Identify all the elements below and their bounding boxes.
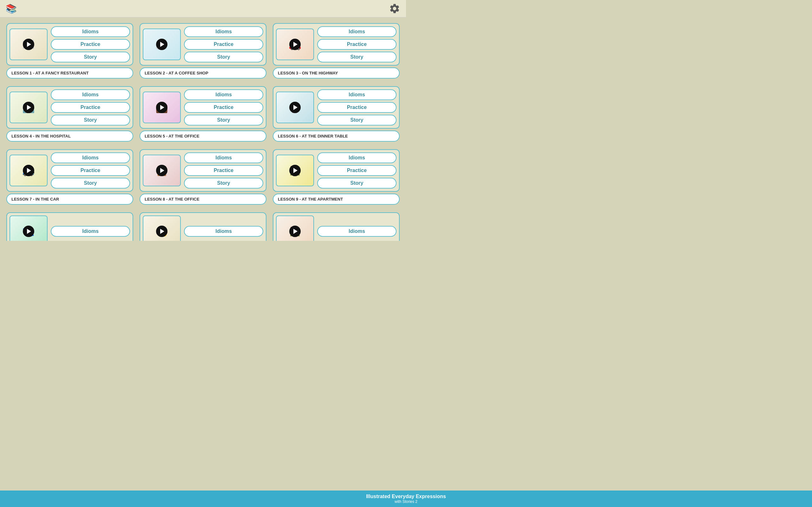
lesson-buttons-2: IdiomsPracticeStory xyxy=(184,26,263,62)
story-button-4[interactable]: Story xyxy=(51,115,130,125)
logo-icon: 📚 xyxy=(6,3,17,14)
practice-button-6[interactable]: Practice xyxy=(317,102,397,113)
idioms-button-3[interactable]: Idioms xyxy=(317,26,397,37)
lesson-buttons-7: IdiomsPracticeStory xyxy=(51,153,130,188)
lesson-thumbnail-4[interactable]: 🏥 xyxy=(9,92,48,123)
lesson-buttons-3: IdiomsPracticeStory xyxy=(317,26,397,62)
lesson-card-partial-10: 🐾Idioms xyxy=(6,212,133,241)
lesson-buttons-1: IdiomsPracticeStory xyxy=(51,26,130,62)
lesson-top-4: 🏥IdiomsPracticeStory xyxy=(6,86,133,129)
lesson-buttons-4: IdiomsPracticeStory xyxy=(51,89,130,125)
story-button-3[interactable]: Story xyxy=(317,52,397,62)
idioms-button-5[interactable]: Idioms xyxy=(184,89,263,100)
lesson-card-3: 🚗IdiomsPracticeStoryLESSON 3 - ON THE HI… xyxy=(273,23,400,78)
lesson-top-7: 🚙IdiomsPracticeStory xyxy=(6,149,133,192)
lesson-buttons-partial-11: Idioms xyxy=(184,226,263,237)
lesson-card-4: 🏥IdiomsPracticeStoryLESSON 4 - IN THE HO… xyxy=(6,86,133,142)
practice-button-8[interactable]: Practice xyxy=(184,165,263,176)
lesson-top-3: 🚗IdiomsPracticeStory xyxy=(273,23,400,66)
idioms-button-partial-12[interactable]: Idioms xyxy=(317,226,397,237)
idioms-button-partial-10[interactable]: Idioms xyxy=(51,226,130,237)
lesson-label-7: LESSON 7 - IN THE CAR xyxy=(6,193,133,205)
lesson-top-6: 🍴IdiomsPracticeStory xyxy=(273,86,400,129)
play-button-2[interactable] xyxy=(156,39,167,50)
story-button-5[interactable]: Story xyxy=(184,115,263,125)
lesson-top-partial-10: 🐾Idioms xyxy=(6,212,133,241)
lesson-card-9: 🏠IdiomsPracticeStoryLESSON 9 - AT THE AP… xyxy=(273,149,400,205)
practice-button-7[interactable]: Practice xyxy=(51,165,130,176)
lesson-card-5: 💼IdiomsPracticeStoryLESSON 5 - AT THE OF… xyxy=(140,86,266,142)
lesson-top-5: 💼IdiomsPracticeStory xyxy=(140,86,266,129)
lesson-buttons-partial-12: Idioms xyxy=(317,226,397,237)
lesson-card-1: 🍽️IdiomsPracticeStoryLESSON 1 - AT A FAN… xyxy=(6,23,133,78)
play-button-partial-10[interactable] xyxy=(23,226,34,237)
lesson-top-partial-12: 🏠Idioms xyxy=(273,212,400,241)
lesson-thumbnail-3[interactable]: 🚗 xyxy=(276,29,314,60)
lesson-thumbnail-8[interactable]: 📋 xyxy=(143,155,181,186)
story-button-6[interactable]: Story xyxy=(317,115,397,125)
lesson-thumbnail-7[interactable]: 🚙 xyxy=(9,155,48,186)
lesson-buttons-6: IdiomsPracticeStory xyxy=(317,89,397,125)
practice-button-4[interactable]: Practice xyxy=(51,102,130,113)
lesson-label-5: LESSON 5 - AT THE OFFICE xyxy=(140,130,266,142)
lesson-label-2: LESSON 2 - AT A COFFEE SHOP xyxy=(140,67,266,78)
lesson-thumbnail-1[interactable]: 🍽️ xyxy=(9,29,48,60)
lesson-top-partial-11: 🎭Idioms xyxy=(140,212,266,241)
play-button-partial-12[interactable] xyxy=(289,226,301,237)
lesson-buttons-5: IdiomsPracticeStory xyxy=(184,89,263,125)
idioms-button-9[interactable]: Idioms xyxy=(317,153,397,163)
lesson-card-partial-12: 🏠Idioms xyxy=(273,212,400,241)
lesson-top-9: 🏠IdiomsPracticeStory xyxy=(273,149,400,192)
lesson-label-1: LESSON 1 - AT A FANCY RESTAURANT xyxy=(6,67,133,78)
top-bar: 📚 xyxy=(0,0,406,17)
story-button-7[interactable]: Story xyxy=(51,178,130,188)
lesson-thumbnail-9[interactable]: 🏠 xyxy=(276,155,314,186)
lesson-card-8: 📋IdiomsPracticeStoryLESSON 8 - AT THE OF… xyxy=(140,149,266,205)
lesson-thumbnail-6[interactable]: 🍴 xyxy=(276,92,314,123)
play-button-5[interactable] xyxy=(156,102,167,113)
idioms-button-7[interactable]: Idioms xyxy=(51,153,130,163)
lesson-thumbnail-partial-10[interactable]: 🐾 xyxy=(9,216,48,241)
practice-button-2[interactable]: Practice xyxy=(184,39,263,50)
lesson-label-6: LESSON 6 - AT THE DINNER TABLE xyxy=(273,130,400,142)
practice-button-9[interactable]: Practice xyxy=(317,165,397,176)
idioms-button-6[interactable]: Idioms xyxy=(317,89,397,100)
lesson-thumbnail-partial-12[interactable]: 🏠 xyxy=(276,216,314,241)
lesson-card-7: 🚙IdiomsPracticeStoryLESSON 7 - IN THE CA… xyxy=(6,149,133,205)
play-button-1[interactable] xyxy=(23,39,34,50)
lesson-label-4: LESSON 4 - IN THE HOSPITAL xyxy=(6,130,133,142)
idioms-button-1[interactable]: Idioms xyxy=(51,26,130,37)
story-button-8[interactable]: Story xyxy=(184,178,263,188)
story-button-9[interactable]: Story xyxy=(317,178,397,188)
practice-button-5[interactable]: Practice xyxy=(184,102,263,113)
practice-button-3[interactable]: Practice xyxy=(317,39,397,50)
idioms-button-4[interactable]: Idioms xyxy=(51,89,130,100)
lesson-card-partial-11: 🎭Idioms xyxy=(140,212,266,241)
lesson-card-6: 🍴IdiomsPracticeStoryLESSON 6 - AT THE DI… xyxy=(273,86,400,142)
story-button-1[interactable]: Story xyxy=(51,52,130,62)
practice-button-1[interactable]: Practice xyxy=(51,39,130,50)
idioms-button-8[interactable]: Idioms xyxy=(184,153,263,163)
lesson-thumbnail-5[interactable]: 💼 xyxy=(143,92,181,123)
lesson-top-8: 📋IdiomsPracticeStory xyxy=(140,149,266,192)
main-content: 🍽️IdiomsPracticeStoryLESSON 1 - AT A FAN… xyxy=(0,17,406,266)
play-button-6[interactable] xyxy=(289,102,301,113)
play-button-3[interactable] xyxy=(289,39,301,50)
lesson-label-8: LESSON 8 - AT THE OFFICE xyxy=(140,193,266,205)
lesson-top-1: 🍽️IdiomsPracticeStory xyxy=(6,23,133,66)
lesson-thumbnail-2[interactable]: ☕ xyxy=(143,29,181,60)
lesson-buttons-8: IdiomsPracticeStory xyxy=(184,153,263,188)
play-button-8[interactable] xyxy=(156,165,167,176)
play-button-4[interactable] xyxy=(23,102,34,113)
lesson-thumbnail-partial-11[interactable]: 🎭 xyxy=(143,216,181,241)
idioms-button-partial-11[interactable]: Idioms xyxy=(184,226,263,237)
lesson-label-3: LESSON 3 - ON THE HIGHWAY xyxy=(273,67,400,78)
play-button-partial-11[interactable] xyxy=(156,226,167,237)
story-button-2[interactable]: Story xyxy=(184,52,263,62)
settings-button[interactable] xyxy=(389,3,400,14)
play-button-9[interactable] xyxy=(289,165,301,176)
play-button-7[interactable] xyxy=(23,165,34,176)
idioms-button-2[interactable]: Idioms xyxy=(184,26,263,37)
lessons-grid: 🍽️IdiomsPracticeStoryLESSON 1 - AT A FAN… xyxy=(6,23,400,241)
lesson-buttons-9: IdiomsPracticeStory xyxy=(317,153,397,188)
